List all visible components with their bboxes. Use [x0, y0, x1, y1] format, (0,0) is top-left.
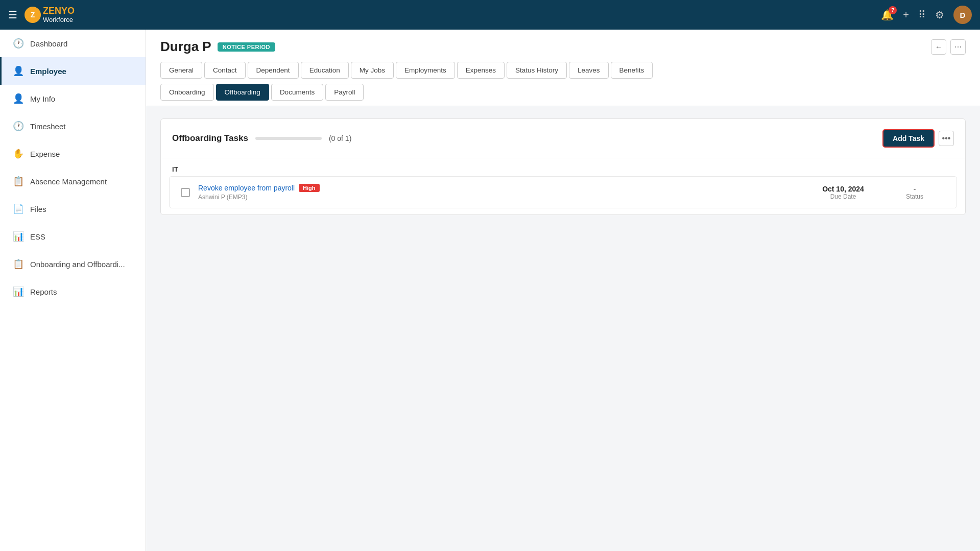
tab-dependent[interactable]: Dependent [248, 62, 299, 79]
tasks-title: Offboarding Tasks [172, 133, 248, 143]
logo: Z ZENYO Workforce [25, 6, 75, 23]
tab-benefits[interactable]: Benefits [611, 62, 653, 79]
sidebar-label-ess: ESS [30, 232, 45, 241]
main-content: Durga P NOTICE PERIOD ← ⋯ General Contac… [146, 30, 980, 551]
more-options-button[interactable]: ⋯ [950, 39, 966, 55]
tasks-header-right: Add Task ••• [882, 129, 954, 148]
progress-bar-wrap [255, 137, 322, 140]
notice-badge: NOTICE PERIOD [218, 42, 275, 52]
task-assignee: Ashwini P (EMP3) [198, 194, 802, 201]
task-info: Revoke employee from payroll High Ashwin… [198, 184, 802, 201]
section-it-label: IT [161, 158, 965, 176]
tasks-more-icon: ••• [942, 134, 951, 143]
tab-employments[interactable]: Employments [396, 62, 455, 79]
sidebar-item-dashboard[interactable]: 🕐 Dashboard [0, 30, 146, 57]
layout: 🕐 Dashboard 👤 Employee 👤 My Info 🕐 Times… [0, 30, 980, 551]
sidebar-item-myinfo[interactable]: 👤 My Info [0, 85, 146, 112]
ess-icon: 📊 [13, 231, 24, 242]
sidebar-label-timesheet: Timesheet [30, 122, 65, 131]
tab-myjobs[interactable]: My Jobs [351, 62, 394, 79]
tab-payroll[interactable]: Payroll [325, 84, 364, 101]
task-status-value: - [884, 185, 945, 193]
task-due-date: Oct 10, 2024 Due Date [802, 185, 884, 200]
content-area: Offboarding Tasks (0 of 1) Add Task ••• [146, 106, 980, 227]
tab-contact[interactable]: Contact [204, 62, 246, 79]
task-checkbox[interactable] [181, 188, 190, 197]
absence-icon: 📋 [13, 176, 24, 187]
tasks-count: (0 of 1) [329, 134, 351, 142]
add-task-button[interactable]: Add Task [882, 129, 935, 148]
tab-documents[interactable]: Documents [271, 84, 323, 101]
page-title-actions: ← ⋯ [931, 39, 966, 55]
topnav-right: 🔔 7 + ⠿ ⚙ D [881, 6, 972, 24]
onboarding-icon: 📋 [13, 258, 24, 270]
table-row: Revoke employee from payroll High Ashwin… [169, 176, 957, 208]
sidebar-item-ess[interactable]: 📊 ESS [0, 223, 146, 250]
avatar[interactable]: D [953, 6, 972, 24]
sidebar-label-absence: Absence Management [30, 177, 107, 186]
timesheet-icon: 🕐 [13, 121, 24, 132]
tab-onboarding[interactable]: Onboarding [160, 84, 214, 101]
task-name: Revoke employee from payroll High [198, 184, 802, 192]
page-title: Durga P [160, 39, 211, 55]
topnav: ☰ Z ZENYO Workforce 🔔 7 + ⠿ ⚙ D [0, 0, 980, 30]
tab-status-history[interactable]: Status History [507, 62, 567, 79]
sidebar-label-dashboard: Dashboard [30, 39, 67, 48]
avatar-initials: D [960, 11, 966, 19]
employee-icon: 👤 [13, 65, 24, 77]
task-name-text: Revoke employee from payroll [198, 184, 295, 192]
tab-offboarding[interactable]: Offboarding [216, 84, 269, 101]
sidebar-label-files: Files [30, 205, 46, 213]
grid-icon[interactable]: ⠿ [918, 9, 926, 21]
back-button[interactable]: ← [931, 39, 946, 55]
reports-icon: 📊 [13, 286, 24, 297]
tabs-row-1: General Contact Dependent Education My J… [160, 62, 966, 84]
notification-button[interactable]: 🔔 7 [881, 9, 894, 21]
dashboard-icon: 🕐 [13, 38, 24, 49]
sidebar-label-reports: Reports [30, 288, 57, 296]
sidebar-item-employee[interactable]: 👤 Employee [0, 57, 146, 85]
sidebar: 🕐 Dashboard 👤 Employee 👤 My Info 🕐 Times… [0, 30, 146, 551]
logo-workforce: Workforce [43, 16, 75, 23]
logo-text: ZENYO Workforce [43, 6, 75, 23]
tasks-header-left: Offboarding Tasks (0 of 1) [172, 133, 351, 143]
sidebar-label-expense: Expense [30, 150, 60, 158]
priority-badge: High [299, 184, 319, 192]
files-icon: 📄 [13, 203, 24, 214]
tab-education[interactable]: Education [301, 62, 349, 79]
expense-icon: ✋ [13, 148, 24, 159]
myinfo-icon: 👤 [13, 93, 24, 104]
task-status: - Status [884, 185, 945, 200]
topnav-left: ☰ Z ZENYO Workforce [8, 6, 75, 23]
notification-badge: 7 [889, 6, 897, 14]
tasks-more-button[interactable]: ••• [939, 131, 954, 146]
settings-icon[interactable]: ⚙ [935, 9, 944, 21]
task-due-date-value: Oct 10, 2024 [802, 185, 884, 193]
tab-general[interactable]: General [160, 62, 202, 79]
sidebar-label-myinfo: My Info [30, 94, 55, 103]
back-icon: ← [935, 43, 942, 51]
sidebar-label-employee: Employee [30, 67, 66, 76]
sidebar-item-timesheet[interactable]: 🕐 Timesheet [0, 112, 146, 140]
page-title-left: Durga P NOTICE PERIOD [160, 39, 275, 55]
hamburger-icon[interactable]: ☰ [8, 9, 17, 21]
sidebar-item-onboarding[interactable]: 📋 Onboarding and Offboardi... [0, 250, 146, 278]
task-status-label: Status [884, 193, 945, 200]
add-icon[interactable]: + [903, 9, 909, 21]
offboarding-tasks-card: Offboarding Tasks (0 of 1) Add Task ••• [160, 118, 966, 215]
sidebar-item-reports[interactable]: 📊 Reports [0, 278, 146, 305]
tabs-row-2: Onboarding Offboarding Documents Payroll [160, 84, 966, 106]
page-title-row: Durga P NOTICE PERIOD ← ⋯ [160, 39, 966, 55]
logo-zenyo: ZENYO [43, 6, 75, 16]
task-due-date-label: Due Date [802, 193, 884, 200]
ellipsis-icon: ⋯ [954, 43, 962, 51]
tasks-card-header: Offboarding Tasks (0 of 1) Add Task ••• [161, 119, 965, 158]
page-header: Durga P NOTICE PERIOD ← ⋯ General Contac… [146, 30, 980, 106]
sidebar-item-files[interactable]: 📄 Files [0, 195, 146, 223]
logo-circle: Z [25, 7, 41, 23]
sidebar-item-absence[interactable]: 📋 Absence Management [0, 167, 146, 195]
sidebar-label-onboarding: Onboarding and Offboardi... [30, 260, 125, 269]
sidebar-item-expense[interactable]: ✋ Expense [0, 140, 146, 167]
tab-expenses[interactable]: Expenses [457, 62, 505, 79]
tab-leaves[interactable]: Leaves [569, 62, 609, 79]
